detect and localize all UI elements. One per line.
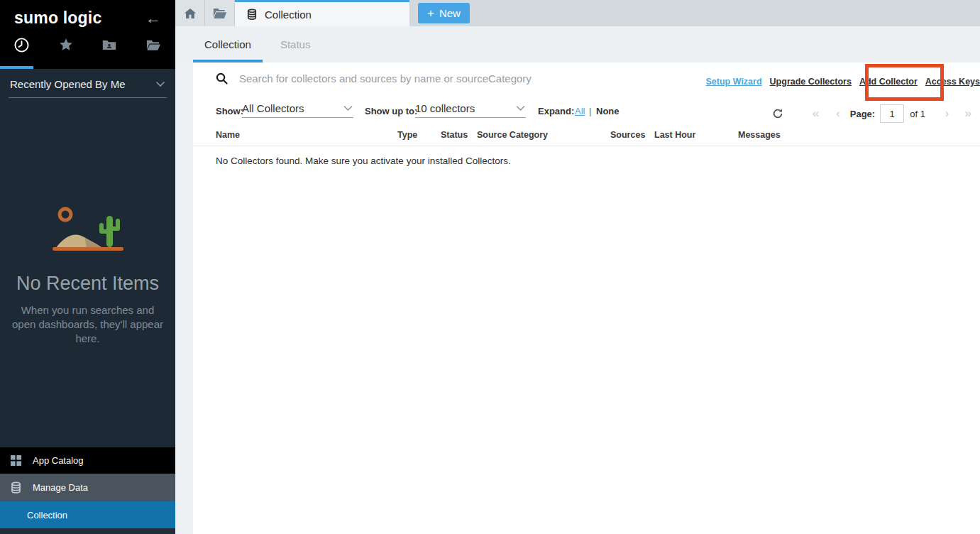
sidebar-item-app-catalog[interactable]: App Catalog <box>0 447 175 474</box>
collection-panel: Setup Wizard Upgrade Collectors Add Coll… <box>193 62 980 534</box>
desert-illustration <box>0 205 175 256</box>
page-number-input[interactable] <box>880 104 904 123</box>
sidebar-empty-state: No Recent Items When you run searches an… <box>0 205 175 345</box>
plus-icon: + <box>427 7 434 19</box>
chevron-down-icon <box>155 81 165 87</box>
page-label: Page: <box>850 109 875 119</box>
sidebar-item-label: App Catalog <box>33 455 84 466</box>
expand-all-link[interactable]: All <box>575 106 585 116</box>
recent-filter-dropdown[interactable]: Recently Opened By Me <box>9 78 167 98</box>
sidebar-item-label: Collection <box>27 510 67 521</box>
library-folder-button[interactable] <box>205 0 235 26</box>
sumo-logic-logo: sumo logic <box>14 9 101 28</box>
top-tab-bar: Collection + New <box>175 0 980 26</box>
expand-label: Expand: <box>538 106 574 116</box>
sidebar-header: sumo logic ← <box>0 0 175 69</box>
column-header-last-hour[interactable]: Last Hour <box>654 130 695 140</box>
search-bar <box>216 72 746 85</box>
main-area: Collection + New Collection Status <box>175 0 980 534</box>
chevron-down-icon <box>515 105 526 111</box>
database-icon <box>246 9 258 21</box>
subtab-label: Status <box>280 38 311 50</box>
tab-collection[interactable]: Collection <box>235 0 409 26</box>
show-up-to-dropdown[interactable]: 10 collectors <box>415 102 526 118</box>
grid-icon <box>10 454 22 467</box>
show-label: Show: <box>216 106 243 116</box>
database-icon <box>10 481 22 494</box>
recent-filter-label: Recently Opened By Me <box>10 78 126 90</box>
chevron-down-icon <box>343 105 353 111</box>
sidebar-tab-library[interactable] <box>131 37 175 53</box>
sidebar-item-manage-data[interactable]: Manage Data <box>0 474 175 501</box>
access-keys-link[interactable]: Access Keys <box>925 77 980 87</box>
sidebar-tab-favorites[interactable] <box>44 37 88 53</box>
column-header-status[interactable]: Status <box>441 130 468 140</box>
tab-label: Collection <box>265 9 312 21</box>
previous-page-icon[interactable]: ‹ <box>836 107 840 121</box>
subtab-label: Collection <box>204 38 251 50</box>
search-input[interactable] <box>239 72 746 85</box>
column-header-source-category[interactable]: Source Category <box>477 130 548 140</box>
sidebar-tab-shared[interactable] <box>88 37 132 53</box>
show-up-to-label: Show up to: <box>365 106 417 116</box>
person-folder-icon <box>88 37 132 53</box>
show-dropdown[interactable]: All Collectors <box>242 102 353 118</box>
collapse-sidebar-icon[interactable]: ← <box>145 11 161 26</box>
page-total: of 1 <box>910 109 925 119</box>
sidebar-menu-bottom-strip <box>0 528 175 534</box>
sidebar-item-label: Manage Data <box>33 482 88 493</box>
show-dropdown-value: All Collectors <box>242 102 304 114</box>
subtab-status[interactable]: Status <box>269 26 322 62</box>
column-header-type[interactable]: Type <box>397 130 417 140</box>
open-folder-icon <box>131 37 175 53</box>
sidebar-item-collection[interactable]: Collection <box>0 501 175 528</box>
header-links: Setup Wizard Upgrade Collectors Add Coll… <box>706 77 980 87</box>
first-page-icon[interactable]: « <box>813 107 819 121</box>
expand-none-link[interactable]: None <box>596 106 620 116</box>
no-collectors-message: No Collectors found. Make sure you activ… <box>216 156 511 166</box>
last-page-icon[interactable]: » <box>965 107 971 121</box>
list-controls: Show: All Collectors Show up to: 10 coll… <box>193 102 980 124</box>
sidebar-tab-recents[interactable] <box>0 37 44 53</box>
setup-wizard-link[interactable]: Setup Wizard <box>706 77 762 87</box>
home-button[interactable] <box>175 0 205 26</box>
column-header-name[interactable]: Name <box>216 130 240 140</box>
expand-separator: | <box>589 106 591 116</box>
collectors-table-header: Name Type Status Source Category Sources… <box>193 130 980 146</box>
sidebar-active-tab-indicator <box>0 66 33 69</box>
column-header-sources[interactable]: Sources <box>610 130 645 140</box>
search-icon <box>216 72 228 85</box>
sidebar-bottom-menu: App Catalog Manage Data Collection <box>0 447 175 534</box>
upgrade-collectors-link[interactable]: Upgrade Collectors <box>770 77 852 87</box>
home-icon <box>184 8 197 19</box>
no-recent-items-description: When you run searches and open dashboard… <box>11 303 164 345</box>
sub-tab-strip: Collection Status <box>175 26 980 62</box>
column-header-messages[interactable]: Messages <box>738 130 781 140</box>
add-collector-link[interactable]: Add Collector <box>859 77 918 87</box>
no-recent-items-title: No Recent Items <box>0 273 175 295</box>
clock-icon <box>0 37 44 53</box>
sidebar: sumo logic ← <box>0 0 175 534</box>
new-button[interactable]: + New <box>418 3 470 23</box>
app-window: sumo logic ← <box>0 0 980 534</box>
show-up-to-dropdown-value: 10 collectors <box>415 102 475 114</box>
new-button-label: New <box>439 7 461 19</box>
next-page-icon[interactable]: › <box>945 107 949 121</box>
pagination: « ‹ Page: of 1 › » <box>771 104 971 123</box>
open-folder-icon <box>213 8 227 19</box>
subtab-collection[interactable]: Collection <box>193 26 263 62</box>
refresh-icon[interactable] <box>771 107 784 120</box>
star-icon <box>44 37 88 53</box>
